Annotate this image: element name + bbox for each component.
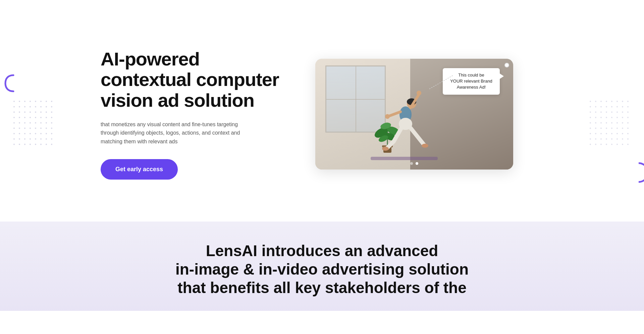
demo-card: This could be YOUR relevant Brand Awaren… bbox=[315, 59, 513, 170]
carousel-dots bbox=[410, 162, 418, 165]
hero-visual: This could be YOUR relevant Brand Awaren… bbox=[315, 59, 543, 170]
svg-point-16 bbox=[385, 114, 390, 119]
bottom-line3: that benefits all key stakeholders of th… bbox=[177, 279, 466, 296]
card-pin bbox=[504, 63, 509, 67]
bottom-section: LensAI introduces an advanced in-image &… bbox=[0, 222, 644, 311]
yoga-person bbox=[362, 84, 449, 159]
ad-tooltip-line2: YOUR relevant Brand bbox=[450, 79, 492, 84]
carousel-dot-1[interactable] bbox=[410, 162, 413, 165]
yoga-scene: This could be YOUR relevant Brand Awaren… bbox=[315, 59, 513, 170]
hero-title: AI-powered contextual computer vision ad… bbox=[101, 49, 288, 111]
bottom-line2: in-image & in-video advertising solution bbox=[175, 260, 469, 278]
hero-content: AI-powered contextual computer vision ad… bbox=[87, 49, 557, 180]
svg-point-14 bbox=[417, 91, 421, 95]
svg-rect-1 bbox=[627, 161, 639, 184]
hero-subtitle: that monetizes any visual content and fi… bbox=[101, 120, 241, 146]
dot-grid-decoration-left: const dleft = document.querySelector('.d… bbox=[13, 101, 54, 145]
svg-point-19 bbox=[422, 144, 428, 148]
bracket-decoration-left bbox=[3, 74, 17, 94]
svg-line-20 bbox=[394, 128, 401, 141]
svg-line-21 bbox=[387, 141, 394, 148]
get-early-access-button[interactable]: Get early access bbox=[101, 159, 178, 180]
bottom-title: LensAI introduces an advanced in-image &… bbox=[171, 242, 473, 297]
circle-decoration-right bbox=[627, 161, 644, 185]
svg-line-18 bbox=[411, 128, 424, 145]
svg-point-22 bbox=[382, 147, 389, 151]
svg-line-15 bbox=[389, 112, 400, 116]
hero-text-block: AI-powered contextual computer vision ad… bbox=[101, 49, 288, 180]
hero-section: const dleft = document.querySelector('.d… bbox=[0, 0, 644, 222]
carousel-dot-2[interactable] bbox=[416, 162, 418, 165]
ad-tooltip-line3: Awareness Ad! bbox=[457, 85, 486, 90]
dot-grid-decoration-right: const dright = document.querySelector('.… bbox=[590, 101, 631, 145]
ad-tooltip: This could be YOUR relevant Brand Awaren… bbox=[443, 68, 500, 95]
ad-tooltip-line1: This could be bbox=[458, 73, 484, 78]
bottom-line1: LensAI introduces an advanced bbox=[206, 242, 438, 259]
